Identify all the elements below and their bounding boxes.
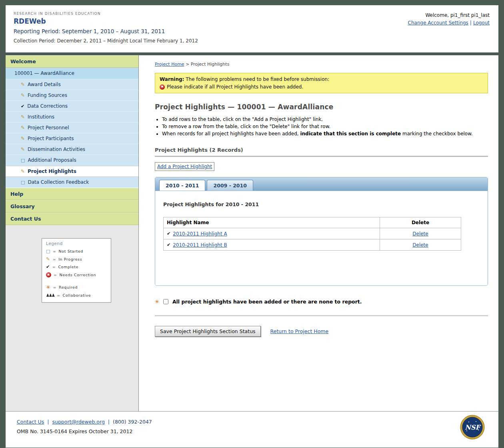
breadcrumb-separator: > — [186, 62, 189, 67]
highlight-a-link[interactable]: 2010-2011 Highlight A — [173, 231, 227, 237]
legend-label: Collaborative — [62, 293, 91, 297]
sidebar-item-data-collection-feedback[interactable]: □ Data Collection Feedback — [6, 177, 138, 188]
tab-2010-2011[interactable]: 2010 - 2011 — [159, 180, 205, 191]
sidebar-item-label: Project Participants — [28, 136, 74, 141]
sidebar-item-label: Project Highlights — [28, 169, 76, 174]
breadcrumb-project-home-link[interactable]: Project Home — [155, 62, 184, 67]
legend-eq: = — [53, 285, 57, 289]
sidebar-item-label: Award Details — [28, 82, 61, 87]
delete-cell: Delete — [380, 228, 461, 239]
page-title: Project Highlights — 100001 — AwardAllia… — [155, 103, 488, 111]
in-progress-icon: ✎ — [21, 125, 25, 130]
sidebar-item-additional-proposals[interactable]: □ Additional Proposals — [6, 155, 138, 166]
logout-link[interactable]: Logout — [473, 20, 490, 26]
in-progress-icon: ✎ — [21, 169, 25, 174]
instruction-complete: When records for all project highlights … — [162, 131, 488, 137]
header-user-area: Welcome, pi1_first pi1_last Change Accou… — [408, 12, 490, 26]
warning-label: Warning: — [160, 76, 184, 82]
legend-eq: = — [53, 249, 56, 253]
sidebar-item-institutions[interactable]: ✎ Institutions — [6, 112, 138, 123]
actions-divider — [155, 315, 488, 316]
warning-box: Warning: The following problems need to … — [155, 73, 488, 93]
legend-item-not-started: □ = Not Started — [46, 249, 107, 253]
sidebar-item-project-personnel[interactable]: ✎ Project Personnel — [6, 123, 138, 133]
footer-contact-us-link[interactable]: Contact Us — [17, 419, 44, 425]
required-icon: ✳ — [46, 285, 51, 290]
section-title: Project Highlights (2 Records) — [155, 147, 488, 157]
warning-text: The following problems need to be fixed … — [184, 76, 329, 82]
footer-separator: | — [108, 419, 110, 425]
sidebar-item-glossary[interactable]: Glossary — [6, 200, 138, 213]
legend-item-needs-correction: ✖ = Needs Correction — [46, 272, 107, 277]
tab-bar: 2010 - 2011 2009 - 2010 — [155, 177, 488, 191]
legend-item-collaborative: ♟♟♟ = Collaborative — [46, 293, 107, 297]
delete-highlight-a-link[interactable]: Delete — [412, 231, 428, 237]
header-separator: | — [470, 20, 472, 26]
return-to-project-home-link[interactable]: Return to Project Home — [270, 328, 329, 334]
sidebar-item-welcome[interactable]: Welcome — [6, 55, 138, 68]
not-started-icon: □ — [21, 158, 25, 163]
complete-icon: ✔ — [46, 265, 50, 269]
sidebar-item-label: Additional Proposals — [28, 157, 76, 163]
tab-2009-2010[interactable]: 2009 - 2010 — [207, 180, 253, 191]
content: Welcome 100001 — AwardAlliance ✎ Award D… — [6, 55, 498, 448]
change-account-settings-link[interactable]: Change Account Settings — [408, 20, 468, 26]
legend-eq: = — [54, 273, 57, 277]
footer-omb-line: OMB No. 3145-0164 Expires October 31, 20… — [17, 428, 487, 434]
sidebar-item-label: Institutions — [28, 114, 54, 120]
legend-item-required: ✳ = Required — [46, 285, 107, 290]
sidebar-item-label: Data Collection Feedback — [28, 179, 89, 185]
collaborative-icon: ♟♟♟ — [46, 293, 54, 297]
highlight-name-cell: ✔ 2010-2011 Highlight B — [164, 239, 380, 251]
breadcrumb: Project Home > Project Highlights — [155, 62, 488, 67]
legend-title: Legend — [46, 241, 107, 246]
sidebar-award-node[interactable]: 100001 — AwardAlliance — [6, 68, 138, 79]
save-section-status-button[interactable]: Save Project Highlights Section Status — [155, 326, 261, 337]
delete-highlight-b-link[interactable]: Delete — [412, 242, 428, 248]
column-header-delete: Delete — [380, 217, 461, 228]
legend-eq: = — [52, 265, 56, 269]
main-content: Project Home > Project Highlights Warnin… — [139, 55, 498, 411]
highlight-name-cell: ✔ 2010-2011 Highlight A — [164, 228, 380, 239]
instruction-remove: To remove a row from the table, click on… — [162, 124, 488, 129]
sidebar-item-contact-us[interactable]: Contact Us — [6, 213, 138, 225]
legend-item-in-progress: ✎ = In Progress — [46, 257, 107, 261]
footer-separator: | — [47, 419, 49, 425]
legend-label: Not Started — [59, 249, 83, 253]
highlight-b-link[interactable]: 2010-2011 Highlight B — [173, 242, 227, 248]
needs-correction-icon: ✖ — [46, 272, 51, 277]
sidebar: Welcome 100001 — AwardAlliance ✎ Award D… — [6, 55, 139, 411]
legend-item-complete: ✔ = Complete — [46, 265, 107, 269]
sidebar-item-help[interactable]: Help — [6, 188, 138, 200]
add-highlight-box: Add a Project Highlight — [155, 162, 214, 171]
complete-icon: ✔ — [167, 243, 170, 247]
sidebar-item-project-participants[interactable]: ✎ Project Participants — [6, 133, 138, 144]
welcome-user: Welcome, pi1_first pi1_last — [408, 12, 490, 18]
in-progress-icon: ✎ — [46, 257, 50, 261]
legend-label: In Progress — [58, 257, 82, 261]
section-complete-checkbox[interactable] — [163, 299, 168, 304]
delete-cell: Delete — [380, 239, 461, 251]
sidebar-item-label: Project Personnel — [28, 125, 69, 131]
not-started-icon: □ — [46, 249, 50, 253]
footer-phone: (800) 392-2047 — [113, 419, 152, 425]
nsf-logo-text: NSF — [465, 424, 481, 431]
instruction-complete-pre: When records for all project highlights … — [162, 131, 300, 137]
not-started-icon: □ — [21, 180, 25, 185]
sidebar-item-project-highlights[interactable]: ✎ Project Highlights — [6, 166, 138, 177]
complete-icon: ✔ — [167, 231, 170, 236]
legend-eq: = — [57, 293, 60, 297]
sidebar-item-award-details[interactable]: ✎ Award Details — [6, 79, 138, 90]
section-complete-label: All project highlights have been added o… — [172, 299, 362, 305]
tab-panel: Project Highlights for 2010 - 2011 Highl… — [155, 191, 488, 285]
in-progress-icon: ✎ — [21, 136, 25, 141]
in-progress-icon: ✎ — [21, 115, 25, 119]
sidebar-item-data-corrections[interactable]: ✔ Data Corrections — [6, 101, 138, 112]
footer-email-link[interactable]: support@rdeweb.org — [52, 419, 104, 425]
sidebar-item-funding-sources[interactable]: ✎ Funding Sources — [6, 90, 138, 101]
add-project-highlight-link[interactable]: Add a Project Highlight — [157, 164, 212, 169]
page-frame: RESEARCH IN DISABILITIES EDUCATION RDEWe… — [0, 0, 504, 448]
sidebar-item-dissemination-activities[interactable]: ✎ Dissemination Activities — [6, 144, 138, 155]
sidebar-item-label: Funding Sources — [28, 92, 67, 98]
footer: Contact Us | support@rdeweb.org | (800) … — [6, 411, 498, 448]
